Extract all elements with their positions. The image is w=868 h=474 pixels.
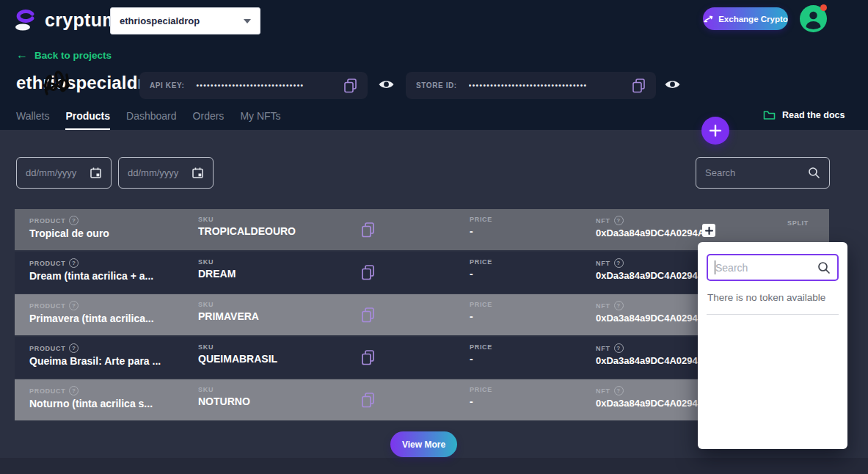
help-icon: ? bbox=[69, 301, 79, 310]
plus-icon bbox=[705, 227, 713, 235]
sku-value: QUEIMABRASIL bbox=[198, 353, 345, 365]
product-cell: PRODUCT? Tropical de ouro bbox=[29, 216, 194, 239]
footer-strip bbox=[0, 458, 868, 474]
price-column-label: PRICE bbox=[470, 216, 492, 223]
tab-my-nfts[interactable]: My NFTs bbox=[240, 110, 280, 131]
read-the-docs-link[interactable]: Read the docs bbox=[763, 110, 845, 120]
view-more-label: View More bbox=[402, 440, 445, 450]
nft-cell: NFT? 0xDa3a84a9DC4A0294A... bbox=[596, 343, 713, 366]
sku-column-label: SKU bbox=[198, 301, 214, 308]
token-search-input-wrap bbox=[707, 254, 839, 281]
price-value: - bbox=[470, 268, 492, 280]
nft-cell: NFT? 0xDa3a84a9DC4A0294A... bbox=[596, 258, 713, 281]
product-name: Primavera (tinta acrilica... bbox=[29, 313, 194, 324]
nft-address: 0xDa3a84a9DC4A0294A... bbox=[596, 313, 713, 324]
view-more-button[interactable]: View More bbox=[390, 431, 457, 457]
product-name: Tropical de ouro bbox=[29, 227, 194, 239]
tab-wallets[interactable]: Wallets bbox=[16, 110, 49, 131]
copy-icon bbox=[361, 222, 375, 238]
nft-cell: NFT? 0xDa3a84a9DC4A0294A... bbox=[596, 386, 713, 409]
copy-icon bbox=[361, 307, 375, 323]
token-select-popup: There is no token available bbox=[698, 242, 847, 449]
copy-sku-button[interactable] bbox=[361, 307, 375, 326]
split-cell: SPLIT bbox=[787, 219, 809, 227]
add-token-button[interactable] bbox=[702, 224, 715, 237]
price-cell: PRICE - bbox=[470, 216, 492, 237]
back-to-projects-link[interactable]: ← Back to projects bbox=[16, 48, 112, 62]
token-search-input[interactable] bbox=[715, 262, 817, 274]
copy-api-key-button[interactable] bbox=[343, 78, 357, 93]
show-api-key-button[interactable] bbox=[378, 79, 395, 90]
chevron-down-icon bbox=[244, 19, 251, 23]
price-value: - bbox=[470, 395, 492, 407]
sku-cell: SKU PRIMAVERA bbox=[198, 301, 345, 322]
user-avatar[interactable] bbox=[800, 5, 827, 32]
price-value: - bbox=[470, 225, 492, 237]
nft-column-label: NFT bbox=[596, 302, 610, 310]
price-cell: PRICE - bbox=[470, 343, 492, 365]
add-product-button[interactable] bbox=[701, 117, 729, 145]
product-name: Noturno (tinta acrilica s... bbox=[29, 398, 194, 409]
help-icon: ? bbox=[69, 216, 79, 225]
brand-name: cryptum bbox=[45, 10, 119, 31]
help-icon: ? bbox=[614, 258, 624, 268]
nft-column-label: NFT bbox=[596, 217, 610, 225]
sku-column-label: SKU bbox=[198, 386, 214, 393]
nft-address: 0xDa3a84a9DC4A0294A... bbox=[596, 355, 713, 366]
copy-sku-button[interactable] bbox=[361, 349, 375, 368]
table-search-input-wrap bbox=[696, 157, 830, 189]
nft-address: 0xDa3a84a9DC4A0294A... bbox=[596, 227, 713, 238]
table-search-input[interactable] bbox=[705, 167, 802, 178]
sku-cell: SKU QUEIMABRASIL bbox=[198, 343, 345, 365]
brand-logo: cryptum bbox=[13, 7, 119, 32]
sku-value: TROPICALDEOURO bbox=[198, 225, 345, 237]
folder-icon bbox=[763, 110, 776, 120]
exchange-crypto-button[interactable]: Exchange Crypto bbox=[703, 7, 788, 30]
back-to-projects-label: Back to projects bbox=[34, 50, 112, 61]
page-title-redacted: rio bbox=[43, 73, 66, 93]
price-cell: PRICE - bbox=[470, 258, 492, 280]
page-title-pre: eth bbox=[16, 73, 43, 93]
tab-products[interactable]: Products bbox=[65, 110, 110, 131]
product-name: Queima Brasil: Arte para ... bbox=[29, 355, 194, 367]
notification-dot bbox=[820, 4, 827, 11]
sku-cell: SKU DREAM bbox=[198, 258, 345, 280]
product-column-label: PRODUCT bbox=[29, 345, 65, 352]
product-column-label: PRODUCT bbox=[29, 302, 65, 310]
product-cell: PRODUCT? Primavera (tinta acrilica... bbox=[29, 301, 194, 324]
copy-icon bbox=[361, 349, 375, 365]
copy-sku-button[interactable] bbox=[361, 222, 375, 241]
copy-sku-button[interactable] bbox=[361, 264, 375, 283]
section-tabs: Wallets Products Dashboard Orders My NFT… bbox=[16, 110, 281, 131]
copy-store-id-button[interactable] bbox=[632, 78, 646, 93]
search-icon bbox=[817, 261, 831, 274]
sku-column-label: SKU bbox=[198, 216, 214, 223]
tab-dashboard[interactable]: Dashboard bbox=[126, 110, 177, 131]
date-from-input[interactable] bbox=[26, 167, 84, 178]
product-column-label: PRODUCT bbox=[29, 260, 65, 267]
tab-orders[interactable]: Orders bbox=[193, 110, 225, 131]
help-icon: ? bbox=[69, 386, 79, 395]
sku-column-label: SKU bbox=[198, 343, 214, 351]
copy-icon bbox=[361, 392, 375, 408]
nft-cell: NFT? 0xDa3a84a9DC4A0294A... bbox=[596, 301, 713, 324]
nft-column-label: NFT bbox=[596, 345, 610, 352]
nft-column-label: NFT bbox=[596, 260, 610, 267]
eye-icon bbox=[664, 79, 681, 90]
product-cell: PRODUCT? Dream (tinta acrilica + a... bbox=[29, 258, 194, 282]
exchange-crypto-label: Exchange Crypto bbox=[718, 15, 788, 23]
read-the-docs-label: Read the docs bbox=[782, 110, 845, 120]
nft-column-label: NFT bbox=[596, 387, 610, 395]
price-column-label: PRICE bbox=[470, 386, 492, 393]
date-to-input[interactable] bbox=[128, 167, 186, 178]
project-dropdown[interactable]: ethriospecialdrop bbox=[110, 7, 260, 34]
calendar-icon[interactable] bbox=[90, 167, 102, 179]
sku-value: DREAM bbox=[198, 268, 345, 280]
show-store-id-button[interactable] bbox=[664, 79, 681, 90]
copy-sku-button[interactable] bbox=[361, 392, 375, 411]
date-from-input-wrap bbox=[16, 157, 112, 189]
sku-value: NOTURNO bbox=[198, 395, 345, 407]
store-id-field: STORE ID: ••••••••••••••••••••••••••••••… bbox=[406, 72, 656, 99]
calendar-icon[interactable] bbox=[192, 167, 204, 179]
nft-address: 0xDa3a84a9DC4A0294A... bbox=[596, 270, 713, 281]
